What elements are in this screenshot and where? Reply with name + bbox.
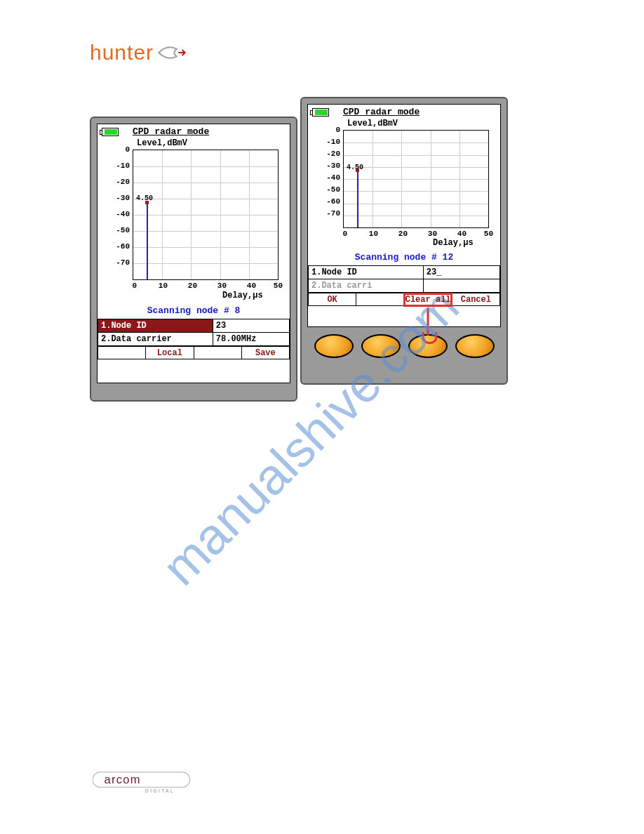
right-plot-area: 4.50 [343,130,489,228]
screen-title: CPD radar mode [343,107,420,117]
left-plot-area: 4.50 [133,150,279,280]
y-tick: 0 [113,145,130,154]
x-tick: 0 [339,230,347,238]
param-value: 23_ [423,266,499,279]
x-tick: 40 [452,230,467,238]
softkey-4-save[interactable]: Save [241,347,289,359]
softkey-bar: Local Save [98,346,290,359]
x-tick: 0 [128,282,137,290]
highlight-callout-icon [427,307,429,336]
softkey-1[interactable] [98,347,146,359]
x-tick: 50 [269,282,283,290]
hunter-logo: hunter [90,41,186,65]
y-axis-label: Level,dBmV [347,119,398,128]
softkey-3[interactable] [194,347,241,359]
hardware-button-3[interactable] [408,334,448,358]
y-tick: -20 [113,178,130,186]
y-tick: -10 [323,138,340,146]
y-tick: -70 [113,258,130,267]
hardware-button-4[interactable] [455,334,495,358]
right-chart: Level,dBmV [315,120,493,249]
param-table: 1.Node ID 23_ 2.Data carri [308,265,500,293]
device-right: CPD radar mode Level,dBmV [300,97,508,385]
x-tick: 20 [183,282,197,290]
battery-icon [312,108,329,117]
y-tick: -40 [323,173,340,182]
table-row[interactable]: 1.Node ID 23_ [309,266,500,279]
left-chart: Level,dBmV [105,140,283,303]
softkey-4-cancel[interactable]: Cancel [452,293,499,306]
table-row[interactable]: 2.Data carri [309,279,500,293]
hardware-button-1[interactable] [314,334,354,358]
y-tick: -10 [113,161,130,170]
softkey-2-local[interactable]: Local [146,347,194,359]
param-label: 1.Node ID [309,266,424,279]
hardware-button-2[interactable] [361,334,401,358]
param-label: 2.Data carri [309,279,424,293]
x-axis-label: Delay,μs [433,238,474,248]
softkey-1-ok[interactable]: OK [309,293,356,306]
x-axis-label: Delay,μs [222,291,263,300]
peak-line [357,169,358,227]
device-right-screen: CPD radar mode Level,dBmV [307,104,501,327]
y-tick: -60 [113,242,130,251]
param-value: 23 [213,319,289,333]
y-tick: 0 [323,126,340,134]
arcom-logo-sub: DIGITAL [145,788,175,793]
scan-status: Scanning node # 8 [98,305,290,316]
x-tick: 50 [479,230,493,238]
y-tick: -20 [323,150,340,158]
softkey-2[interactable] [356,293,404,306]
peak-label: 4.50 [136,194,153,202]
hunter-logo-text: hunter [90,41,154,65]
x-tick: 20 [394,230,408,238]
param-label: 2.Data carrier [98,333,213,346]
y-tick: -50 [113,226,130,234]
softkey-bar: OK Clear all Cancel [308,293,500,306]
softkey-3-clear-all[interactable]: Clear all [404,293,452,306]
peak-line [147,202,148,279]
param-value [423,279,499,293]
y-tick: -50 [323,185,340,194]
scan-status: Scanning node # 12 [308,252,500,263]
x-tick: 10 [154,282,168,290]
param-table: 1.Node ID 23 2.Data carrier 78.00MHz [98,319,290,346]
table-row[interactable]: 1.Node ID 23 [98,319,290,333]
y-tick: -30 [323,161,340,170]
arcom-logo: arcom DIGITAL [93,769,191,796]
y-tick: -30 [113,194,130,202]
hardware-button-row [307,334,501,358]
param-value: 78.00MHz [213,333,289,346]
table-row[interactable]: 2.Data carrier 78.00MHz [98,333,290,346]
device-left-screen: CPD radar mode Level,dBmV [97,124,290,383]
hunter-logo-arrow-icon [158,42,186,63]
y-tick: -70 [323,209,340,218]
x-tick: 10 [364,230,378,238]
battery-icon [102,128,119,136]
arcom-logo-text: arcom [105,773,141,786]
device-left: CPD radar mode Level,dBmV [90,117,297,402]
param-label: 1.Node ID [98,319,213,333]
y-axis-label: Level,dBmV [137,138,187,148]
peak-label: 4.50 [347,164,363,171]
y-tick: -40 [113,210,130,218]
y-tick: -60 [323,197,340,206]
screen-title: CPD radar mode [133,126,209,137]
x-tick: 30 [423,230,437,238]
x-tick: 30 [213,282,227,290]
x-tick: 40 [242,282,256,290]
